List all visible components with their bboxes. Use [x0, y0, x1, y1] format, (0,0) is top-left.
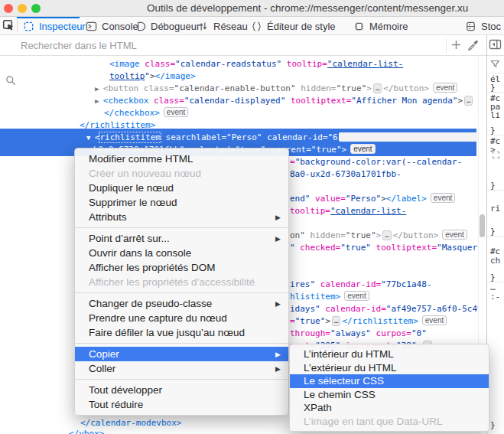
tab-label: Stoc [481, 21, 501, 32]
markup-segment: = [290, 157, 295, 167]
menu-item[interactable]: L’extérieur du HTML [290, 361, 489, 375]
markup-segment: searchlabel= [161, 132, 226, 142]
menu-item[interactable]: Coller▶ [75, 361, 288, 376]
markup-segment: "background-color:var(--calendar- [295, 157, 463, 167]
css-rule-fragment[interactable]: > [490, 145, 496, 155]
markup-segment: "calendar-displayed" [184, 96, 285, 106]
menu-item[interactable]: Créer un nouveau nœud [75, 166, 288, 181]
css-rule-fragment[interactable]: ch [490, 256, 500, 266]
copy-submenu: L’intérieur du HTMLL’extérieur du HTMLLe… [289, 344, 489, 432]
markup-segment: on" [290, 230, 305, 240]
markup-row[interactable]: 8a0-ux2d-6730a1701fbb- [290, 168, 402, 181]
menu-separator [75, 379, 288, 380]
event-badge[interactable]: event [350, 144, 375, 154]
menu-item[interactable]: Changer de pseudo-classe▶ [75, 296, 288, 311]
menu-item[interactable]: Attributs▶ [75, 210, 288, 224]
markup-row[interactable]: tooltip="calendar-list- [290, 205, 406, 217]
menu-item[interactable]: Ouvrir dans la console [75, 246, 288, 260]
css-rule-fragment[interactable]: li [490, 110, 500, 120]
markup-row[interactable]: </vbox> [69, 428, 104, 434]
markup-row[interactable]: </checkbox>event [104, 107, 188, 119]
show-more-pill[interactable]: … [382, 230, 391, 240]
css-rule-fragment[interactable]: :- [490, 292, 500, 302]
css-rule-fragment[interactable]: } [490, 420, 496, 430]
markup-row[interactable]: ="background-color:var(--calendar- [290, 156, 462, 168]
menu-item[interactable]: Le sélecteur CSS [290, 374, 489, 388]
menu-item[interactable]: XPath [290, 401, 489, 415]
markup-row[interactable]: <image class="calendar-readstatus" toolt… [109, 58, 403, 70]
markup-row[interactable]: ▶ <checkbox class="calendar-displayed" t… [95, 95, 474, 107]
zoom-window-button[interactable] [31, 4, 41, 13]
tab-inspector[interactable]: Inspecteur [23, 18, 86, 34]
filter-styles-icon[interactable] [490, 59, 500, 73]
menu-item[interactable]: L’image en tant que Data-URL [290, 415, 489, 429]
markup-segment: "Perso" [226, 132, 262, 142]
menu-item[interactable]: Point d’arrêt sur...▶ [75, 231, 288, 246]
minimize-window-button[interactable] [18, 4, 27, 13]
sidebar-toggle-button[interactable] [489, 38, 502, 54]
show-more-pill[interactable]: … [464, 96, 473, 106]
markup-segment: > [457, 96, 463, 106]
menu-item[interactable]: Afficher les propriétés d’accessibilité [75, 275, 288, 289]
show-more-pill[interactable]: … [373, 83, 382, 93]
markup-row[interactable]: end" value="Perso"></label>event [290, 193, 455, 205]
markup-row[interactable]: idays" calendar-id="af49e757-a6f0-5c49 [290, 303, 478, 315]
search-input[interactable] [19, 38, 432, 53]
markup-row[interactable]: ="true">…</richlistitem>event [290, 315, 447, 328]
menu-item[interactable]: Copier▶ [75, 347, 288, 361]
tab-label: Débogueur [151, 21, 200, 32]
show-more-pill[interactable]: … [332, 316, 340, 326]
tab-console[interactable]: Console [86, 18, 138, 34]
menu-item[interactable]: L’intérieur du HTML [290, 348, 489, 361]
rules-panel: él}#cpali}#c>}ri}#cch}…:-} [487, 56, 504, 434]
scrollbar-thumb[interactable] [480, 214, 485, 237]
css-rule-fragment[interactable]: ri [490, 204, 500, 214]
debugger-icon [135, 21, 146, 32]
markup-row[interactable]: hlistitem>event [290, 291, 369, 303]
markup-segment: "true" [295, 316, 326, 326]
event-badge[interactable]: event [433, 83, 457, 93]
event-badge[interactable]: event [422, 315, 447, 325]
markup-segment: tooltiptext= [371, 243, 437, 253]
tab-debugger[interactable]: Débogueur [135, 18, 200, 34]
markup-segment: hlistitem> [290, 292, 340, 302]
markup-row[interactable]: ires" calendar-id="77bc1a48- [290, 279, 431, 291]
tab-style-editor[interactable]: Éditeur de style [251, 18, 336, 34]
add-rule-button[interactable] [450, 39, 462, 54]
markup-segment: " [145, 71, 150, 81]
markup-row[interactable]: " checked="true" tooltiptext="Masquer [290, 242, 477, 254]
markup-row[interactable]: </richlistitem> [80, 119, 155, 132]
event-badge[interactable]: event [344, 291, 369, 301]
markup-segment: "Perso" [346, 194, 381, 204]
menu-item[interactable]: Afficher les propriétés DOM [75, 260, 288, 275]
menu-item-label: Prendre une capture du nœud [89, 312, 227, 324]
markup-row[interactable]: on" hidden="true">…</button>event [290, 230, 467, 242]
tab-memory[interactable]: Mémoire [353, 18, 408, 34]
menu-item[interactable]: Le chemin CSS [290, 388, 489, 402]
markup-segment: <image [109, 59, 140, 69]
markup-segment: </vbox> [69, 429, 104, 434]
markup-row[interactable]: ▶ <button class="calendar-enable-button"… [95, 83, 457, 95]
menu-item-label: Faire défiler la vue jusqu’au nœud [89, 327, 245, 338]
menu-item[interactable]: Prendre une capture du nœud [75, 311, 288, 325]
tab-network[interactable]: Réseau [197, 18, 248, 34]
tab-storage[interactable]: Stoc [465, 18, 501, 34]
eyedropper-button[interactable] [467, 39, 479, 54]
menu-item[interactable]: Tout développer [75, 383, 288, 397]
event-badge[interactable]: event [164, 107, 188, 117]
menu-item[interactable]: Faire défiler la vue jusqu’au nœud [75, 325, 288, 340]
menu-item[interactable]: Dupliquer le nœud [75, 181, 288, 195]
markup-row[interactable]: ▼ <richlistitem searchlabel="Perso" cale… [86, 132, 478, 144]
menu-item[interactable]: Tout réduire [75, 397, 288, 412]
event-badge[interactable]: event [431, 193, 455, 203]
markup-segment: </button> [383, 83, 429, 93]
markup-row[interactable]: tooltip"></image> [109, 70, 196, 83]
menu-item[interactable]: Supprimer le nœud [75, 195, 288, 210]
markup-row[interactable]: through="always" curpos="0" [290, 328, 427, 340]
menu-item-label: L’intérieur du HTML [304, 348, 394, 360]
event-badge[interactable]: event [442, 230, 467, 240]
node-picker-button[interactable] [2, 19, 16, 36]
menu-item[interactable]: Modifier comme HTML [75, 152, 288, 166]
markup-segment: "true" [337, 83, 367, 93]
close-window-button[interactable] [4, 4, 13, 13]
